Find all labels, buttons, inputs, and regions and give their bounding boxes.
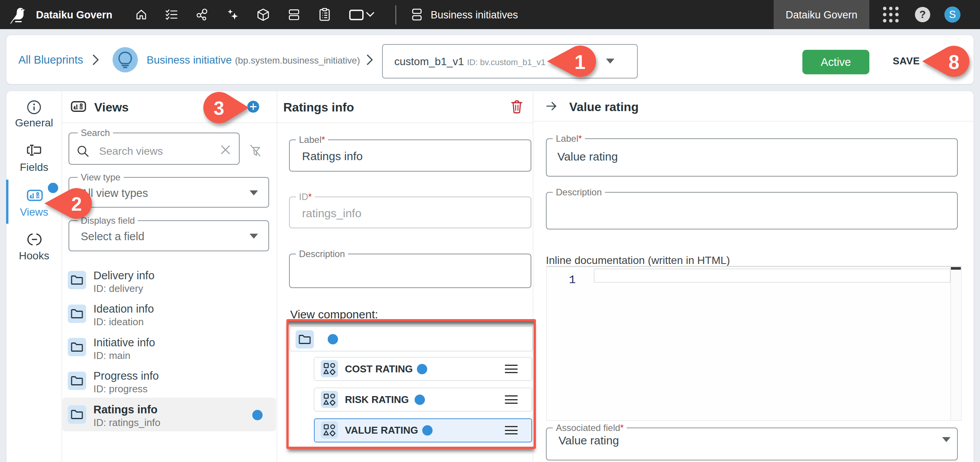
svg-text:1: 1 xyxy=(575,51,586,73)
svg-text:2: 2 xyxy=(71,193,82,215)
svg-text:3: 3 xyxy=(214,98,224,119)
svg-text:8: 8 xyxy=(949,51,959,73)
